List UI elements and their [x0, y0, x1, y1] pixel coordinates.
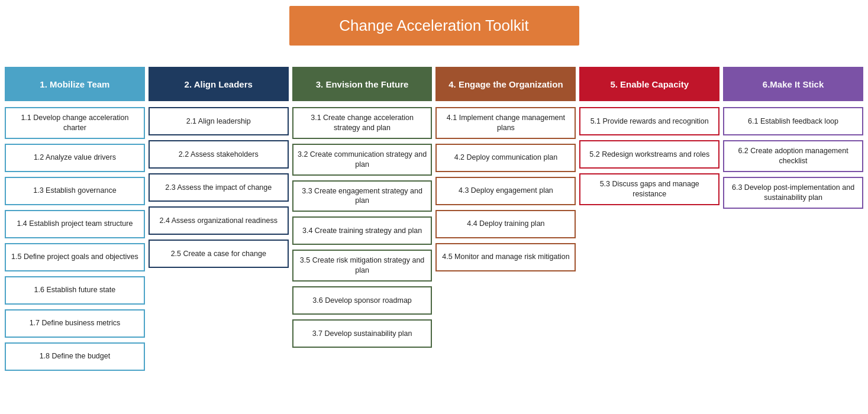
item-box-4-3[interactable]: 4.3 Deploy engagement plan	[435, 177, 576, 205]
item-box-2-3[interactable]: 2.3 Assess the impact of change	[149, 173, 289, 202]
item-box-3-6[interactable]: 3.6 Develop sponsor roadmap	[292, 286, 433, 315]
column-2: 2. Align Leaders2.1 Align leadership2.2 …	[149, 67, 289, 273]
item-box-1-7[interactable]: 1.7 Define business metrics	[5, 309, 145, 338]
column-5: 5. Enable Capacity5.1 Provide rewards an…	[579, 67, 719, 210]
item-box-2-4[interactable]: 2.4 Assess organizational readiness	[149, 206, 289, 235]
page-wrapper: Change Acceleration Toolkit 1. Mobilize …	[0, 0, 868, 381]
item-box-4-1[interactable]: 4.1 Implement change management plans	[435, 107, 576, 139]
col-header-4: 4. Engage the Organization	[435, 67, 576, 101]
item-box-1-4[interactable]: 1.4 Establish project team structure	[5, 210, 145, 238]
item-box-2-2[interactable]: 2.2 Assess stakeholders	[149, 140, 289, 169]
item-box-3-3[interactable]: 3.3 Create engagement strategy and plan	[292, 180, 433, 212]
columns-container: 1. Mobilize Team1.1 Develop change accel…	[5, 67, 863, 376]
item-box-3-1[interactable]: 3.1 Create change acceleration strategy …	[292, 107, 433, 139]
col-header-2: 2. Align Leaders	[149, 67, 289, 101]
item-box-5-3[interactable]: 5.3 Discuss gaps and manage resistance	[579, 173, 719, 205]
item-box-4-5[interactable]: 4.5 Monitor and manage risk mitigation	[435, 243, 576, 271]
item-box-3-5[interactable]: 3.5 Create risk mitigation strategy and …	[292, 250, 433, 282]
item-box-1-5[interactable]: 1.5 Define project goals and objectives	[5, 243, 145, 271]
item-box-3-7[interactable]: 3.7 Develop sustainability plan	[292, 319, 433, 348]
item-box-5-1[interactable]: 5.1 Provide rewards and recognition	[579, 107, 719, 135]
item-box-6-1[interactable]: 6.1 Establish feedback loop	[723, 107, 863, 135]
page-title: Change Acceleration Toolkit	[289, 6, 579, 46]
column-6: 6.Make It Stick6.1 Establish feedback lo…	[723, 67, 863, 214]
item-box-6-3[interactable]: 6.3 Develop post-implementation and sust…	[723, 177, 863, 209]
col-header-1: 1. Mobilize Team	[5, 67, 145, 101]
item-box-3-4[interactable]: 3.4 Create training strategy and plan	[292, 216, 433, 245]
item-box-5-2[interactable]: 5.2 Redesign workstreams and roles	[579, 140, 719, 169]
item-box-1-6[interactable]: 1.6 Establish future state	[5, 276, 145, 305]
item-box-1-8[interactable]: 1.8 Define the budget	[5, 342, 145, 371]
item-box-2-5[interactable]: 2.5 Create a case for change	[149, 240, 289, 268]
col-header-5: 5. Enable Capacity	[579, 67, 719, 101]
column-1: 1. Mobilize Team1.1 Develop change accel…	[5, 67, 145, 376]
col-header-3: 3. Envision the Future	[292, 67, 433, 101]
item-box-1-1[interactable]: 1.1 Develop change acceleration charter	[5, 107, 145, 139]
item-box-6-2[interactable]: 6.2 Create adoption management checklist	[723, 140, 863, 172]
item-box-1-2[interactable]: 1.2 Analyze value drivers	[5, 144, 145, 172]
item-box-3-2[interactable]: 3.2 Create communication strategy and pl…	[292, 144, 433, 176]
item-box-1-3[interactable]: 1.3 Establish governance	[5, 177, 145, 205]
item-box-4-4[interactable]: 4.4 Deploy training plan	[435, 210, 576, 238]
col-header-6: 6.Make It Stick	[723, 67, 863, 101]
column-3: 3. Envision the Future3.1 Create change …	[292, 67, 433, 352]
item-box-2-1[interactable]: 2.1 Align leadership	[149, 107, 289, 135]
column-4: 4. Engage the Organization4.1 Implement …	[435, 67, 576, 276]
item-box-4-2[interactable]: 4.2 Deploy communication plan	[435, 144, 576, 172]
